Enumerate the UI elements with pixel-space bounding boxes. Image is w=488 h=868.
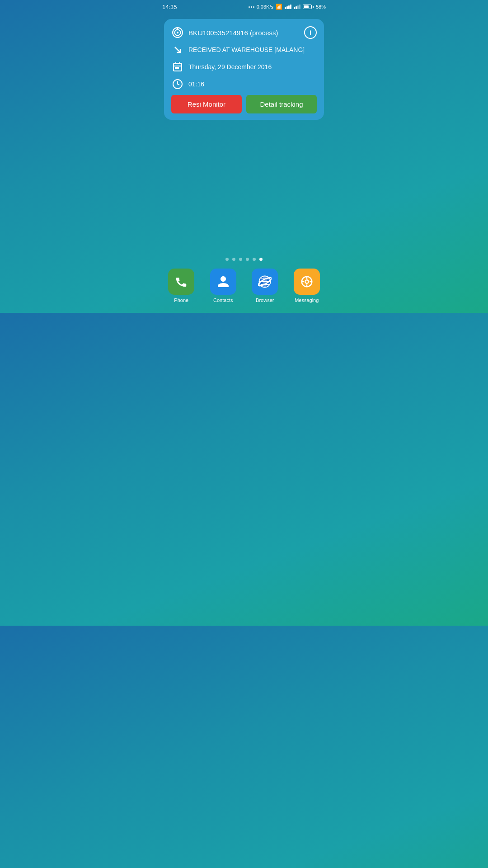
dot2 — [251, 6, 252, 8]
messaging-label: Messaging — [295, 297, 319, 303]
status-bar: 14:35 0.03K/s 📶 5 — [156, 0, 332, 13]
date-text: Thursday, 29 December 2016 — [188, 63, 272, 71]
dock-item-browser[interactable]: Browser — [249, 269, 281, 303]
browser-label: Browser — [256, 297, 274, 303]
dock: Phone Contacts Browser — [156, 264, 332, 313]
dot1 — [249, 6, 250, 8]
contacts-label: Contacts — [213, 297, 233, 303]
phone-app-icon[interactable] — [168, 269, 194, 295]
tracking-id-row: BKIJ100535214916 (process) i — [171, 26, 317, 39]
network-speed: 0.03K/s — [257, 4, 273, 9]
svg-point-2 — [177, 32, 178, 33]
page-dot-1 — [225, 258, 229, 261]
detail-tracking-button[interactable]: Detail tracking — [246, 95, 317, 113]
signal1-icon — [285, 5, 291, 9]
dock-item-phone[interactable]: Phone — [165, 269, 197, 303]
clock-icon — [171, 78, 184, 90]
time-text: 01:16 — [188, 80, 204, 88]
status-text: RECEIVED AT WAREHOUSE [MALANG] — [188, 46, 305, 53]
page-dot-4 — [246, 258, 249, 261]
svg-point-18 — [305, 281, 308, 283]
battery-percent: 58% — [316, 4, 326, 9]
date-row: Thursday, 29 December 2016 — [171, 61, 317, 73]
messaging-app-icon[interactable] — [294, 269, 320, 295]
dot3 — [253, 6, 254, 8]
svg-rect-9 — [177, 67, 178, 68]
page-dot-3 — [239, 258, 242, 261]
status-row: RECEIVED AT WAREHOUSE [MALANG] — [171, 43, 317, 56]
tracking-icon — [171, 26, 184, 39]
info-icon[interactable]: i — [304, 26, 317, 39]
page-dot-2 — [232, 258, 235, 261]
notification-card: BKIJ100535214916 (process) i RECEIVED AT… — [164, 19, 324, 120]
status-time: 14:35 — [162, 4, 177, 10]
browser-app-icon[interactable] — [252, 269, 278, 295]
phone-label: Phone — [174, 297, 188, 303]
arrow-down-icon — [171, 43, 184, 56]
time-row: 01:16 — [171, 78, 317, 90]
status-right: 0.03K/s 📶 58% — [249, 4, 326, 10]
calendar-icon — [171, 61, 184, 73]
svg-rect-8 — [175, 67, 177, 68]
dock-item-contacts[interactable]: Contacts — [207, 269, 239, 303]
action-buttons: Resi Monitor Detail tracking — [171, 95, 317, 113]
status-dots — [249, 6, 254, 8]
tracking-id: BKIJ100535214916 (process) — [188, 29, 278, 37]
dock-item-messaging[interactable]: Messaging — [291, 269, 323, 303]
page-dots — [156, 258, 332, 261]
battery-icon — [303, 5, 314, 9]
page-dot-6 — [259, 258, 263, 261]
contacts-app-icon[interactable] — [210, 269, 236, 295]
wifi-icon: 📶 — [276, 4, 282, 10]
page-dot-5 — [253, 258, 256, 261]
signal2-icon — [294, 5, 300, 9]
resi-monitor-button[interactable]: Resi Monitor — [171, 95, 242, 113]
